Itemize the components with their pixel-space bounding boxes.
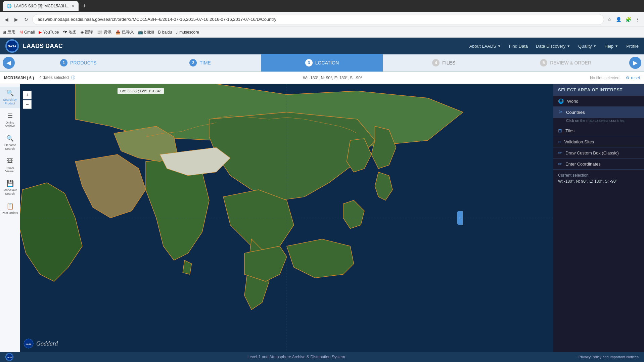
active-tab[interactable]: 🌐 LAADS S&O [3]: MCD15A3H... ✕ bbox=[3, 1, 79, 11]
dates-text: 4 dates selected bbox=[39, 75, 68, 80]
reset-label: reset bbox=[631, 76, 640, 80]
nav-about-arrow: ▼ bbox=[498, 44, 501, 48]
nav-quality[interactable]: Quality ▼ bbox=[578, 44, 596, 49]
reset-icon: ⚙ bbox=[626, 76, 630, 80]
nav-discovery-label: Data Discovery bbox=[536, 44, 565, 49]
sidebar-item-load-save-label: Load/SaveSearch bbox=[3, 188, 17, 196]
reload-button[interactable]: ↻ bbox=[22, 15, 30, 24]
step-review-label: REVIEW & ORDER bbox=[550, 60, 591, 65]
address-bar[interactable] bbox=[32, 14, 604, 25]
panel-toggle-button[interactable]: › bbox=[457, 211, 463, 225]
browser-chrome: 🌐 LAADS S&O [3]: MCD15A3H... ✕ + ◀ ▶ ↻ ☆… bbox=[0, 0, 644, 38]
step-next-button[interactable]: ▶ bbox=[629, 57, 641, 69]
nav-about[interactable]: About LAADS ▼ bbox=[469, 44, 501, 49]
bottom-links[interactable]: · Privacy Policy and Important Notices bbox=[577, 355, 639, 359]
bottom-system-name: Level-1 and Atmosphere Archive & Distrib… bbox=[16, 355, 577, 359]
forward-button[interactable]: ▶ bbox=[12, 15, 20, 24]
step-time-num: 2 bbox=[189, 59, 197, 66]
step-back-button[interactable]: ◀ bbox=[3, 57, 15, 69]
profile-button[interactable]: 👤 bbox=[614, 15, 623, 24]
bookmark-button[interactable]: ☆ bbox=[606, 15, 613, 24]
step-products[interactable]: 1 PRODUCTS bbox=[17, 54, 139, 72]
step-files[interactable]: 4 FILES bbox=[383, 54, 505, 72]
panel-option-countries[interactable]: 🏳 Countries bbox=[553, 107, 644, 118]
bookmark-bilibili-label: bilibili bbox=[144, 30, 154, 35]
panel-option-world[interactable]: 🌐 World bbox=[553, 96, 644, 107]
svg-text:NASA: NASA bbox=[26, 343, 32, 345]
bookmark-gmail[interactable]: M Gmail bbox=[19, 30, 35, 35]
zoom-in-button[interactable]: + bbox=[23, 91, 32, 99]
menu-button[interactable]: ⋮ bbox=[634, 15, 641, 24]
panel-option-draw[interactable]: ✏ Draw Custom Box (Classic) bbox=[553, 147, 644, 159]
svg-text:NASA: NASA bbox=[8, 45, 16, 48]
sidebar-item-search-product-label: Search byProduct bbox=[3, 98, 17, 105]
reset-button[interactable]: ⚙ reset bbox=[626, 76, 640, 80]
search-product-icon: 🔍 bbox=[6, 89, 14, 97]
panel-header: SELECT AREA OF INTEREST bbox=[553, 84, 644, 96]
main-content: 🔍 Search byProduct ☰ OnlineArchive 🔍 Fil… bbox=[0, 84, 644, 352]
panel-option-tiles[interactable]: ⊞ Tiles bbox=[553, 125, 644, 136]
bilibili-icon: 📺 bbox=[138, 30, 143, 35]
browser-actions: ☆ 👤 🧩 ⋮ bbox=[606, 15, 641, 24]
bookmark-news[interactable]: 📰 资讯 bbox=[97, 29, 111, 35]
new-tab-button[interactable]: + bbox=[80, 3, 89, 10]
step-files-num: 4 bbox=[432, 59, 440, 66]
panel-option-coordinates[interactable]: ✏ Enter Coordinates bbox=[553, 159, 644, 170]
step-bar: ◀ 1 PRODUCTS 2 TIME 3 LOCATION 4 FILES 5… bbox=[0, 54, 644, 72]
nav-find[interactable]: Find Data bbox=[509, 44, 528, 49]
youtube-icon: ▶ bbox=[39, 30, 42, 35]
maps-icon: 🗺 bbox=[63, 30, 67, 35]
nav-quality-label: Quality bbox=[578, 44, 592, 49]
countries-option-label: Countries bbox=[566, 110, 639, 115]
zoom-out-button[interactable]: − bbox=[23, 100, 32, 109]
nav-help[interactable]: Help ▼ bbox=[604, 44, 618, 49]
back-button[interactable]: ◀ bbox=[3, 15, 10, 24]
nav-quality-arrow: ▼ bbox=[593, 44, 597, 48]
nav-profile[interactable]: Profile bbox=[626, 44, 639, 49]
dates-info: 4 dates selected ⓘ bbox=[39, 75, 75, 81]
sidebar-item-search-product[interactable]: 🔍 Search byProduct bbox=[0, 87, 20, 108]
sidebar-item-load-save[interactable]: 💾 Load/SaveSearch bbox=[0, 177, 20, 198]
bookmark-maps[interactable]: 🗺 地图 bbox=[63, 29, 77, 35]
tiles-option-icon: ⊞ bbox=[558, 128, 562, 133]
step-time[interactable]: 2 TIME bbox=[139, 54, 261, 72]
side-panel: SELECT AREA OF INTEREST 🌐 World 🏳 Countr… bbox=[553, 84, 644, 352]
bookmark-translate[interactable]: ◈ 翻译 bbox=[81, 29, 93, 35]
nav-about-label: About LAADS bbox=[469, 44, 496, 49]
bookmark-gmail-label: Gmail bbox=[24, 30, 35, 35]
sidebar-item-filename-search[interactable]: 🔍 FilenameSearch bbox=[0, 132, 20, 153]
countries-option-icon: 🏳 bbox=[558, 109, 563, 115]
extensions-button[interactable]: 🧩 bbox=[624, 15, 633, 24]
current-selection-label[interactable]: Current selection: bbox=[558, 173, 639, 178]
map-area[interactable]: Lat: 33.83°; Lon: 151.84° + − NASA Godda… bbox=[20, 84, 553, 352]
world-option-icon: 🌐 bbox=[558, 98, 564, 104]
panel-current-selection: Current selection: W: -180°, N: 90°, E: … bbox=[553, 170, 644, 187]
bookmark-youtube[interactable]: ▶ YouTube bbox=[39, 30, 59, 35]
dates-icon: ⓘ bbox=[71, 75, 75, 80]
sidebar-item-past-orders[interactable]: 📋 Past Orders bbox=[0, 200, 20, 218]
nav-help-label: Help bbox=[604, 44, 613, 49]
bookmark-musescore-label: musescore bbox=[179, 30, 199, 35]
nav-discovery[interactable]: Data Discovery ▼ bbox=[536, 44, 570, 49]
filename-search-icon: 🔍 bbox=[6, 135, 14, 142]
bookmark-imported[interactable]: 📥 已导入 bbox=[116, 29, 134, 35]
sidebar-item-online-archive[interactable]: ☰ OnlineArchive bbox=[0, 109, 20, 131]
info-bar: MCD15A3H ( 6 ) 4 dates selected ⓘ W: -18… bbox=[0, 72, 644, 84]
bookmark-translate-label: 翻译 bbox=[85, 29, 93, 35]
bookmark-apps[interactable]: ⊞ 应用 bbox=[3, 29, 15, 35]
countries-option-sub: Click on the map to select countries bbox=[553, 118, 644, 125]
load-save-icon: 💾 bbox=[6, 180, 14, 187]
tab-bar: 🌐 LAADS S&O [3]: MCD15A3H... ✕ + bbox=[0, 0, 644, 12]
step-location[interactable]: 3 LOCATION bbox=[261, 54, 383, 72]
sidebar-item-past-orders-label: Past Orders bbox=[2, 211, 18, 215]
bookmark-youtube-label: YouTube bbox=[43, 30, 59, 35]
sidebar-item-image-viewer[interactable]: 🖼 ImageViewer bbox=[0, 155, 20, 176]
bookmark-musescore[interactable]: ♩ musescore bbox=[176, 30, 199, 35]
bookmark-baidu[interactable]: B baidu bbox=[158, 30, 172, 35]
tab-close-button[interactable]: ✕ bbox=[71, 4, 75, 8]
steps: 1 PRODUCTS 2 TIME 3 LOCATION 4 FILES 5 R… bbox=[17, 54, 627, 72]
tab-favicon: 🌐 bbox=[7, 4, 12, 8]
panel-option-validation[interactable]: ○ Validation Sites bbox=[553, 136, 644, 147]
map-background: Lat: 33.83°; Lon: 151.84° + − NASA Godda… bbox=[20, 84, 553, 352]
bookmark-bilibili[interactable]: 📺 bilibili bbox=[138, 30, 154, 35]
